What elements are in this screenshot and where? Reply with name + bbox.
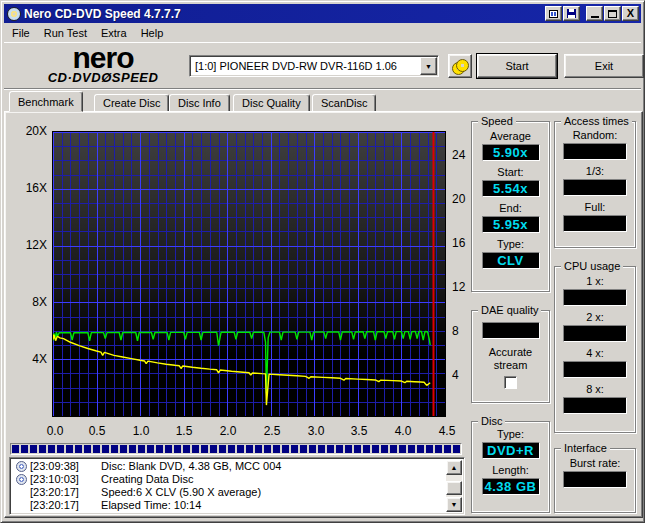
cpu-1x-value — [563, 289, 627, 306]
discs-icon — [452, 59, 468, 73]
log-entry[interactable]: [23:09:38] Disc: Blank DVD, 4.38 GB, MCC… — [12, 460, 446, 473]
benchmark-chart — [52, 131, 446, 417]
menu-help[interactable]: Help — [134, 25, 171, 41]
title-bar: Nero CD-DVD Speed 4.7.7.7 X — [4, 4, 641, 23]
speed-panel: Speed Average 5.90x Start: 5.54x End: 5.… — [471, 121, 550, 292]
disc-length-label: Length: — [492, 464, 529, 476]
access-times-panel: Access times Random: 1/3: Full: — [554, 121, 636, 248]
log-scrollbar[interactable]: ▲ ▼ — [446, 460, 462, 512]
speed-average-value: 5.90x — [482, 144, 540, 161]
tab-disc-info[interactable]: Disc Info — [169, 94, 230, 112]
app-icon[interactable] — [7, 7, 21, 21]
speed-average-label: Average — [490, 130, 531, 142]
log-entry[interactable]: [23:20:17] Speed:6 X CLV (5.90 X average… — [12, 486, 446, 499]
log-time: [23:20:17] — [30, 499, 88, 512]
cpu-4x-value — [563, 361, 627, 378]
minimize-icon — [591, 16, 599, 18]
cpu-4x-label: 4 x: — [586, 347, 604, 359]
dae-quality-panel: DAE quality Accuratestream — [471, 310, 550, 403]
log-list: [23:09:38] Disc: Blank DVD, 4.38 GB, MCC… — [9, 457, 465, 515]
x-axis-tick: 4.0 — [389, 424, 417, 438]
left-axis-tick: 8X — [9, 295, 47, 309]
speed-end-value: 5.95x — [482, 216, 540, 233]
benchmark-chart-canvas — [53, 132, 445, 416]
menu-file[interactable]: File — [5, 25, 37, 41]
access-random-label: Random: — [573, 129, 618, 141]
log-time: [23:10:03] — [30, 473, 88, 486]
accurate-stream-checkbox[interactable] — [504, 376, 517, 389]
x-axis-tick: 2.5 — [258, 424, 286, 438]
disc-type-value: DVD+R — [482, 442, 540, 459]
tab-create-disc[interactable]: Create Disc — [94, 94, 169, 112]
select-discs-button[interactable] — [448, 54, 472, 78]
burst-rate-label: Burst rate: — [570, 457, 621, 469]
interface-panel: Interface Burst rate: — [554, 448, 636, 513]
log-text: Disc: Blank DVD, 4.38 GB, MCC 004 — [101, 460, 281, 472]
cpu-1x-label: 1 x: — [586, 275, 604, 287]
left-axis-tick: 20X — [9, 124, 47, 138]
x-axis-tick: 3.0 — [302, 424, 330, 438]
disc-length-value: 4.38 GB — [482, 478, 540, 495]
toolbar: nero CD·DVDØSPEED [1:0] PIONEER DVD-RW D… — [4, 44, 641, 89]
close-button[interactable]: X — [622, 6, 639, 21]
access-full-value — [563, 215, 627, 232]
speed-start-label: Start: — [497, 166, 523, 178]
tab-disc-quality[interactable]: Disc Quality — [233, 94, 310, 112]
cpu-8x-label: 8 x: — [586, 383, 604, 395]
tab-strip: Benchmark Create Disc Disc Info Disc Qua… — [4, 91, 641, 112]
log-text: Creating Data Disc — [101, 473, 193, 485]
speed-type-value: CLV — [482, 252, 540, 269]
scroll-up-button[interactable]: ▲ — [446, 460, 462, 475]
disc-panel: Disc Type: DVD+R Length: 4.38 GB — [471, 421, 550, 513]
scroll-down-icon: ▼ — [451, 501, 458, 508]
speed-type-label: Type: — [497, 238, 524, 250]
cpu-usage-panel: CPU usage 1 x: 2 x: 4 x: 8 x: — [554, 266, 636, 433]
cpu-8x-value — [563, 397, 627, 414]
left-axis-tick: 12X — [9, 238, 47, 252]
menu-extra[interactable]: Extra — [94, 25, 134, 41]
menu-run-test[interactable]: Run Test — [37, 25, 94, 41]
start-button[interactable]: Start — [477, 54, 557, 78]
report-button[interactable] — [545, 6, 562, 21]
minimize-button[interactable] — [586, 6, 603, 21]
log-time: [23:09:38] — [30, 460, 88, 473]
x-axis-tick: 1.0 — [127, 424, 155, 438]
maximize-button[interactable] — [604, 6, 621, 21]
scrollbar-thumb[interactable] — [446, 481, 462, 495]
log-time: [23:20:17] — [30, 486, 88, 499]
log-entry[interactable]: [23:20:17] Elapsed Time: 10:14 — [12, 499, 446, 512]
scroll-up-icon: ▲ — [451, 464, 458, 471]
progress-fill — [12, 445, 460, 453]
chevron-down-icon: ▼ — [425, 63, 432, 70]
log-text: Elapsed Time: 10:14 — [101, 499, 201, 511]
save-icon — [567, 9, 576, 18]
x-axis-tick: 3.5 — [345, 424, 373, 438]
disc-type-label: Type: — [497, 428, 524, 440]
tab-scandisc[interactable]: ScanDisc — [312, 94, 376, 112]
accurate-stream-label: Accuratestream — [489, 346, 532, 372]
disc-icon — [16, 474, 27, 485]
burst-rate-value — [563, 471, 627, 488]
maximize-icon — [608, 10, 617, 18]
left-axis-tick: 16X — [9, 181, 47, 195]
save-button[interactable] — [563, 6, 580, 21]
combo-dropdown-button[interactable]: ▼ — [420, 57, 437, 75]
scroll-down-button[interactable]: ▼ — [446, 497, 462, 512]
report-icon — [549, 10, 558, 18]
disc-icon — [16, 461, 27, 472]
access-third-label: 1/3: — [586, 165, 604, 177]
drive-select-combo[interactable]: [1:0] PIONEER DVD-RW DVR-116D 1.06 ▼ — [189, 55, 439, 77]
app-window: Nero CD-DVD Speed 4.7.7.7 X File Run Tes… — [0, 0, 645, 523]
x-axis-tick: 1.5 — [170, 424, 198, 438]
log-entry[interactable]: [23:10:03] Creating Data Disc — [12, 473, 446, 486]
access-third-value — [563, 179, 627, 196]
log-text: Speed:6 X CLV (5.90 X average) — [101, 486, 261, 498]
cpu-2x-label: 2 x: — [586, 311, 604, 323]
exit-button[interactable]: Exit — [564, 54, 644, 78]
tab-benchmark[interactable]: Benchmark — [9, 91, 83, 112]
access-random-value — [563, 143, 627, 160]
speed-end-label: End: — [499, 202, 522, 214]
dae-quality-value — [482, 322, 540, 339]
nero-logo-text: nero — [18, 45, 188, 71]
close-icon: X — [627, 8, 634, 19]
